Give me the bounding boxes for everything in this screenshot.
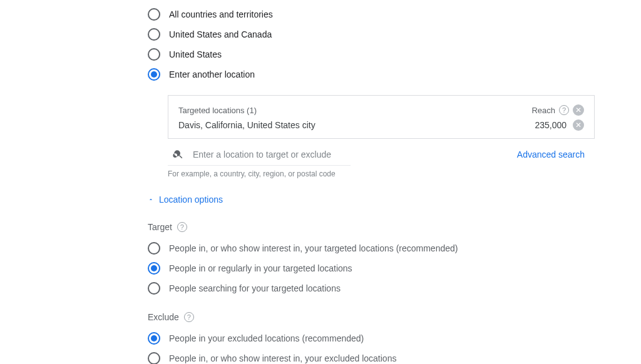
advanced-search-link[interactable]: Advanced search [517, 149, 585, 159]
reach-label-text: Reach [531, 106, 555, 115]
radio-icon [148, 68, 160, 81]
radio-icon [148, 242, 160, 255]
radio-label: People searching for your targeted locat… [169, 283, 341, 293]
location-reach-value: 235,000 [535, 120, 567, 130]
exclude-option-in[interactable]: People in your excluded locations (recom… [148, 328, 641, 348]
radio-icon [148, 332, 160, 345]
radio-label: People in, or who show interest in, your… [169, 353, 396, 363]
radio-label: Enter another location [169, 69, 255, 79]
radio-label: People in your excluded locations (recom… [169, 333, 364, 343]
help-icon[interactable]: ? [177, 222, 187, 232]
radio-icon [148, 28, 160, 41]
radio-icon [148, 262, 160, 275]
location-option-us-canada[interactable]: United States and Canada [148, 25, 641, 44]
location-option-us[interactable]: United States [148, 45, 641, 64]
radio-icon [148, 48, 160, 61]
targeted-header-label: Targeted locations (1) [178, 106, 257, 115]
exclude-label-text: Exclude [148, 312, 179, 322]
close-icon[interactable]: ✕ [573, 104, 584, 116]
radio-label: United States and Canada [169, 29, 272, 39]
location-options-label: Location options [159, 195, 223, 205]
target-section-label: Target ? [148, 222, 641, 232]
location-search-row: Advanced search [168, 149, 595, 160]
location-search-input[interactable] [193, 149, 517, 159]
radio-icon [148, 352, 160, 364]
target-option-searching[interactable]: People searching for your targeted locat… [148, 278, 641, 298]
radio-label: United States [169, 49, 222, 59]
search-icon [173, 149, 184, 160]
location-option-all[interactable]: All countries and territories [148, 5, 641, 24]
radio-label: People in, or who show interest in, your… [169, 243, 458, 253]
radio-icon [148, 282, 160, 295]
location-name: Davis, California, United States city [178, 120, 315, 130]
remove-location-icon[interactable]: ✕ [573, 119, 584, 131]
help-icon[interactable]: ? [184, 312, 194, 322]
targeted-location-row: Davis, California, United States city 23… [178, 119, 584, 131]
exclude-section-label: Exclude ? [148, 312, 641, 322]
radio-icon [148, 8, 160, 21]
radio-label: All countries and territories [169, 9, 273, 19]
help-icon[interactable]: ? [559, 105, 569, 115]
chevron-up-icon [148, 196, 154, 203]
radio-label: People in or regularly in your targeted … [169, 263, 352, 273]
search-hint: For example, a country, city, region, or… [168, 165, 351, 178]
targeted-locations-panel: Targeted locations (1) Reach ? ✕ Davis, … [168, 95, 595, 139]
location-option-custom[interactable]: Enter another location [148, 65, 641, 84]
location-options-toggle[interactable]: Location options [148, 195, 641, 205]
reach-header: Reach ? ✕ [531, 104, 584, 116]
target-label-text: Target [148, 222, 172, 232]
targeted-header-row: Targeted locations (1) Reach ? ✕ [178, 104, 584, 116]
target-option-regularly-in[interactable]: People in or regularly in your targeted … [148, 258, 641, 278]
exclude-option-interest[interactable]: People in, or who show interest in, your… [148, 348, 641, 364]
target-option-interest[interactable]: People in, or who show interest in, your… [148, 238, 641, 258]
